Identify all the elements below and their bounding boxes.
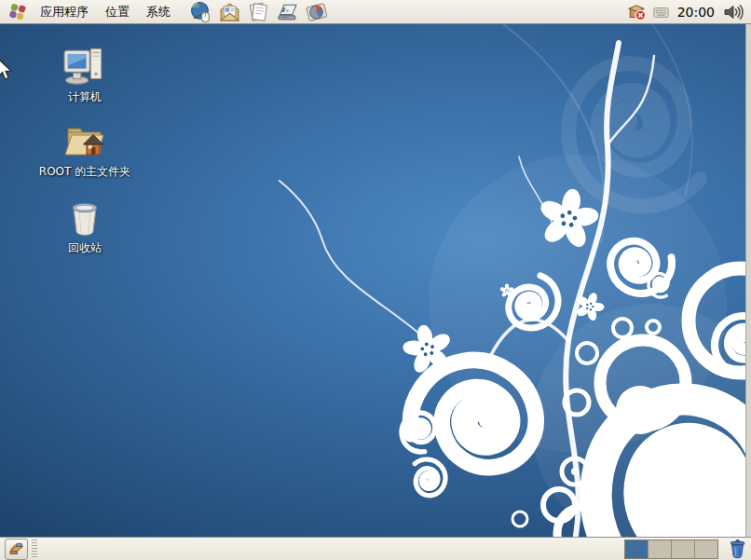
home-folder-icon [63, 119, 106, 162]
gnome-desktop-screen: 计算机 ROOT 的主文件夹 回收站 [0, 0, 751, 560]
desktop-icon-label: 回收站 [68, 241, 102, 254]
clock[interactable]: 20:00 [676, 5, 717, 20]
chart-launcher-icon[interactable] [304, 1, 328, 23]
panel-launchers [188, 1, 328, 23]
email-launcher-icon[interactable] [217, 1, 241, 23]
right-edge-scrollbar[interactable] [745, 24, 751, 537]
trash-icon [64, 198, 105, 239]
desktop-icon-trash[interactable]: 回收站 [15, 198, 155, 254]
mouse-cursor [0, 58, 15, 82]
desktop-wallpaper: 计算机 ROOT 的主文件夹 回收站 [0, 24, 751, 537]
computer-icon [63, 45, 106, 88]
desktop-icon-computer[interactable]: 计算机 [15, 45, 155, 103]
keyboard-indicator-icon[interactable] [653, 6, 669, 19]
workspace-switcher [624, 540, 718, 559]
show-desktop-icon [8, 541, 24, 557]
workspace-cell-1[interactable] [625, 540, 649, 558]
desktop-icon-home-folder[interactable]: ROOT 的主文件夹 [15, 119, 155, 178]
volume-icon[interactable] [723, 3, 744, 21]
menu-system[interactable]: 系统 [138, 0, 179, 23]
distro-logo-icon[interactable] [3, 2, 32, 21]
trash-applet-icon[interactable] [726, 539, 748, 560]
menu-applications[interactable]: 应用程序 [32, 0, 97, 23]
desktop-icon-label: ROOT 的主文件夹 [39, 165, 130, 178]
workspace-cell-4[interactable] [695, 540, 717, 558]
presentation-launcher-icon[interactable] [275, 1, 299, 23]
menu-bar: 应用程序 位置 系统 [3, 0, 179, 23]
workspace-cell-2[interactable] [649, 540, 672, 558]
window-list-empty [41, 538, 624, 560]
top-panel: 应用程序 位置 系统 [0, 0, 751, 24]
bottom-panel [0, 537, 751, 560]
system-tray: 20:00 [608, 2, 748, 21]
web-browser-launcher-icon[interactable] [188, 1, 212, 23]
show-desktop-button[interactable] [5, 539, 28, 560]
desktop-icon-label: 计算机 [68, 90, 102, 103]
documents-launcher-icon[interactable] [246, 1, 270, 23]
panel-drag-handle[interactable] [32, 540, 37, 557]
package-update-icon[interactable] [627, 2, 647, 21]
menu-places[interactable]: 位置 [97, 0, 138, 23]
workspace-cell-3[interactable] [672, 540, 695, 558]
